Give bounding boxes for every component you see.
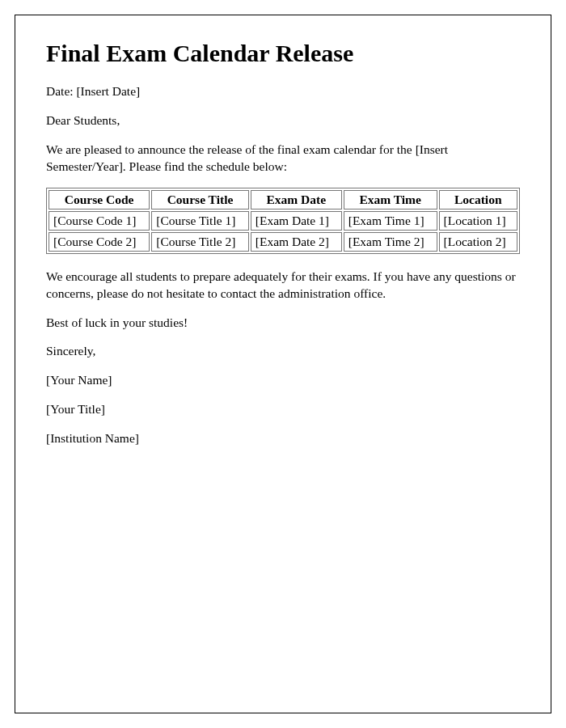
institution-name: [Institution Name] xyxy=(46,430,520,447)
page-title: Final Exam Calendar Release xyxy=(46,40,520,67)
salutation: Dear Students, xyxy=(46,112,520,129)
header-course-title: Course Title xyxy=(151,190,249,210)
cell-course-code: [Course Code 1] xyxy=(49,211,150,231)
table-row: [Course Code 1] [Course Title 1] [Exam D… xyxy=(49,211,517,231)
signer-name: [Your Name] xyxy=(46,372,520,389)
cell-course-title: [Course Title 2] xyxy=(151,232,249,252)
header-course-code: Course Code xyxy=(49,190,150,210)
cell-course-code: [Course Code 2] xyxy=(49,232,150,252)
table-row: [Course Code 2] [Course Title 2] [Exam D… xyxy=(49,232,517,252)
exam-schedule-table: Course Code Course Title Exam Date Exam … xyxy=(46,188,520,254)
signer-title: [Your Title] xyxy=(46,401,520,418)
cell-exam-time: [Exam Time 2] xyxy=(344,232,437,252)
encourage-paragraph: We encourage all students to prepare ade… xyxy=(46,269,520,303)
cell-exam-time: [Exam Time 1] xyxy=(344,211,437,231)
intro-paragraph: We are pleased to announce the release o… xyxy=(46,142,520,176)
header-exam-date: Exam Date xyxy=(251,190,342,210)
closing-line: Sincerely, xyxy=(46,343,520,360)
table-header-row: Course Code Course Title Exam Date Exam … xyxy=(49,190,517,210)
cell-course-title: [Course Title 1] xyxy=(151,211,249,231)
document-page: Final Exam Calendar Release Date: [Inser… xyxy=(15,15,551,713)
cell-exam-date: [Exam Date 2] xyxy=(251,232,342,252)
header-exam-time: Exam Time xyxy=(344,190,437,210)
cell-location: [Location 2] xyxy=(439,232,517,252)
cell-location: [Location 1] xyxy=(439,211,517,231)
header-location: Location xyxy=(439,190,517,210)
date-line: Date: [Insert Date] xyxy=(46,83,520,100)
cell-exam-date: [Exam Date 1] xyxy=(251,211,342,231)
goodluck-line: Best of luck in your studies! xyxy=(46,315,520,332)
